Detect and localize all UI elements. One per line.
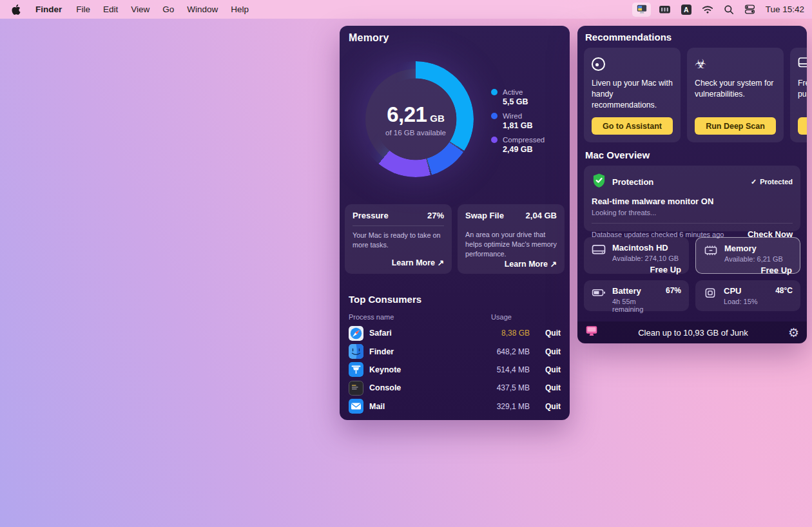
quit-button[interactable]: Quit	[530, 329, 561, 338]
free-space-text: Fre pur	[798, 78, 807, 100]
top-consumers-list: Safari 8,38 GB Quit Finder 648,2 MB Quit…	[349, 324, 561, 416]
free-up-button[interactable]: Free Up	[592, 265, 681, 274]
control-center-icon[interactable]	[742, 3, 758, 17]
menu-app-name[interactable]: Finder	[29, 0, 70, 19]
memory-donut-chart: 6,21 GB of 16 GB available	[358, 61, 474, 177]
malware-monitor-status: Real-time malware monitor ON	[592, 196, 793, 206]
pressure-card: Pressure 27% Your Mac is ready to take o…	[345, 204, 452, 274]
memory-available-value: 6,21	[387, 102, 427, 127]
run-deep-scan-button[interactable]: Run Deep Scan	[695, 117, 776, 135]
input-source-icon[interactable]: A	[679, 3, 694, 17]
arrow-up-right-icon: ↗	[438, 258, 444, 267]
process-row-safari: Safari 8,38 GB Quit	[349, 324, 561, 342]
process-row-console: Console 437,5 MB Quit	[349, 379, 561, 397]
cpu-tile[interactable]: CPU Load: 15% 48°C	[695, 280, 800, 311]
apple-logo-icon[interactable]	[12, 4, 21, 15]
swap-title: Swap File	[465, 211, 504, 220]
memory-panel: Memory 6,21 GB of 16 GB available Active…	[340, 26, 570, 420]
menu-item-window[interactable]: Window	[180, 0, 224, 19]
menu-clock[interactable]: Tue 15:42	[766, 5, 804, 14]
swap-file-card: Swap File 2,04 GB An area on your drive …	[458, 204, 565, 274]
quit-button[interactable]: Quit	[530, 365, 561, 374]
menu-item-file[interactable]: File	[70, 0, 97, 19]
pressure-learn-more-link[interactable]: Learn More ↗	[392, 258, 444, 267]
process-usage: 8,38 GB	[472, 329, 530, 338]
assistant-icon	[592, 57, 605, 71]
process-row-keynote: Keynote 514,4 MB Quit	[349, 361, 561, 379]
tile-subtitle: Available: 274,10 GB	[612, 254, 679, 262]
process-usage: 329,1 MB	[472, 402, 530, 411]
menu-item-edit[interactable]: Edit	[97, 0, 124, 19]
safari-app-icon	[349, 326, 363, 341]
tile-subtitle: Available: 6,21 GB	[724, 255, 783, 263]
deep-scan-card: ☣ Check your system for vulnerabilities.…	[687, 48, 784, 142]
quit-button[interactable]: Quit	[530, 383, 561, 392]
macintosh-hd-tile[interactable]: Macintosh HD Available: 274,10 GB Free U…	[584, 237, 689, 274]
divider	[353, 225, 444, 226]
cpu-icon	[703, 287, 717, 302]
memory-legend: Active 5,5 GB Wired 1,81 GB Compressed 2…	[491, 88, 545, 160]
tile-subtitle: 4h 55m remaining	[612, 298, 666, 313]
donut-center-label: 6,21 GB of 16 GB available	[358, 61, 474, 177]
battery-percent: 67%	[666, 286, 681, 295]
col-usage: Usage	[464, 313, 539, 321]
mac-overview-title: Mac Overview	[585, 149, 650, 160]
process-row-mail: Mail 329,1 MB Quit	[349, 398, 561, 416]
tile-title: Battery	[612, 286, 666, 296]
swap-description: An area on your drive that helps optimiz…	[465, 230, 557, 259]
go-to-assistant-button[interactable]: Go to Assistant	[592, 117, 673, 135]
gear-icon[interactable]: ⚙	[788, 327, 799, 339]
wired-dot-icon	[491, 113, 498, 119]
battery-icon	[592, 287, 606, 301]
process-usage: 648,2 MB	[472, 347, 530, 356]
deep-scan-text: Check your system for vulnerabilities.	[695, 78, 776, 100]
tile-title: Memory	[724, 244, 783, 253]
tile-title: CPU	[724, 286, 758, 296]
free-space-card-clipped: Fre pur	[790, 48, 807, 142]
free-space-button[interactable]	[798, 117, 807, 135]
quit-button[interactable]: Quit	[530, 347, 561, 356]
tile-subtitle: Load: 15%	[724, 298, 758, 305]
search-icon[interactable]	[721, 3, 737, 17]
arrow-up-right-icon: ↗	[550, 260, 557, 269]
pressure-description: Your Mac is ready to take on more tasks.	[353, 231, 444, 250]
memory-panel-title: Memory	[349, 32, 389, 44]
active-dot-icon	[491, 89, 498, 95]
memory-tile[interactable]: Memory Available: 6,21 GB Free Up	[695, 237, 800, 274]
process-usage: 437,5 MB	[472, 383, 530, 392]
shield-check-icon	[592, 173, 606, 191]
top-consumers-title: Top Consumers	[349, 294, 421, 305]
cleanup-footer: Clean up to 10,93 GB of Junk ⚙	[577, 321, 807, 343]
free-up-button[interactable]: Free Up	[704, 265, 792, 275]
mail-app-icon	[349, 399, 363, 414]
pressure-title: Pressure	[353, 211, 389, 220]
cleanmymac-menubar-icon[interactable]	[632, 3, 651, 17]
check-icon: ✓	[751, 178, 757, 186]
legend-item-active: Active 5,5 GB	[491, 88, 545, 106]
memory-icon	[704, 244, 718, 259]
menu-item-view[interactable]: View	[124, 0, 156, 19]
console-app-icon	[349, 381, 363, 396]
assistant-text: Liven up your Mac with handy recommendat…	[592, 78, 673, 111]
quit-button[interactable]: Quit	[530, 402, 561, 411]
cleanmymac-app-icon	[585, 325, 598, 340]
process-usage: 514,4 MB	[472, 365, 530, 374]
legend-item-compressed: Compressed 2,49 GB	[491, 136, 545, 154]
protection-title: Protection	[612, 177, 653, 187]
battery-tile[interactable]: Battery 4h 55m remaining 67%	[584, 280, 689, 311]
swap-learn-more-link[interactable]: Learn More ↗	[505, 259, 557, 269]
keyboard-icon[interactable]	[656, 3, 673, 17]
wifi-icon[interactable]	[699, 3, 716, 17]
recommendations-title: Recommendations	[585, 32, 672, 43]
cpu-temperature: 48°C	[775, 286, 793, 295]
top-consumers-header: Process name Usage	[349, 313, 561, 321]
protection-card: Protection ✓ Protected Real-time malware…	[584, 166, 800, 231]
menu-item-go[interactable]: Go	[156, 0, 180, 19]
cleanup-junk-button[interactable]: Clean up to 10,93 GB of Junk	[598, 328, 788, 338]
compressed-dot-icon	[491, 137, 498, 143]
pressure-value: 27%	[427, 211, 444, 220]
menu-item-help[interactable]: Help	[224, 0, 255, 19]
drive-icon	[798, 56, 807, 72]
swap-value: 2,04 GB	[526, 211, 557, 220]
scanning-status: Looking for threats...	[592, 209, 793, 216]
